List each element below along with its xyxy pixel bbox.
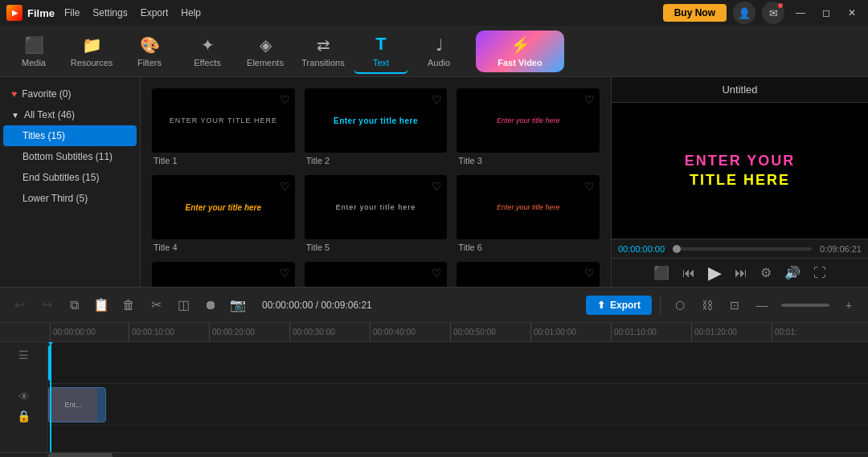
account-icon[interactable]: 👤 xyxy=(733,2,755,24)
fast-video-icon: ⚡ xyxy=(510,35,530,55)
timeline-body: ☰ 👁 🔒 Ent... xyxy=(0,342,868,452)
menu-help[interactable]: Help xyxy=(181,7,201,18)
title-card-6[interactable]: Enter your title here ♡ Title 6 xyxy=(457,175,600,252)
split-button[interactable]: ✂ xyxy=(145,294,167,316)
next-frame-button[interactable]: ⏭ xyxy=(735,266,747,280)
volume-button[interactable]: 🔊 xyxy=(784,265,800,280)
toolbar-effects[interactable]: ✦ Effects xyxy=(180,29,235,74)
play-button[interactable]: ▶ xyxy=(708,263,722,284)
trim-button[interactable]: ◫ xyxy=(172,294,194,316)
title-label-6: Title 6 xyxy=(457,243,600,252)
main-toolbar: ⬛ Media 📁 Resources 🎨 Filters ✦ Effects … xyxy=(0,26,868,77)
preview-title: Untitled xyxy=(612,77,868,103)
sidebar-item-lower-third[interactable]: Lower Third (5) xyxy=(0,188,140,209)
title-label-5: Title 5 xyxy=(305,243,448,252)
content-grid: Enter your title here ♡ Title 1 Enter yo… xyxy=(141,77,611,287)
ruler-mark-6: 00:01:00:00 xyxy=(530,323,576,341)
camera-button[interactable]: 📷 xyxy=(227,294,249,316)
title-card-2[interactable]: Enter your title here ♡ Title 2 xyxy=(305,88,448,165)
notification-icon[interactable]: ✉ xyxy=(762,2,784,24)
ruler-mark-2: 00:00:20:00 xyxy=(209,323,255,341)
thumb-text-2: Enter your title here xyxy=(334,116,418,125)
undo-button[interactable]: ↩ xyxy=(8,294,31,316)
toolbar-elements[interactable]: ◈ Elements xyxy=(238,29,293,74)
toolbar-resources[interactable]: 📁 Resources xyxy=(64,29,119,74)
sidebar-favorite[interactable]: ♥ Favorite (0) xyxy=(0,84,140,104)
timeline-lock-button[interactable]: 🔒 xyxy=(17,410,31,422)
snap-button[interactable]: ⬡ xyxy=(669,294,691,316)
toolbar-transitions[interactable]: ⇄ Transitions xyxy=(296,29,350,74)
thumb-text-1: Enter your title here xyxy=(170,116,277,124)
delete-button[interactable]: 🗑 xyxy=(117,294,140,316)
record-button[interactable]: ⏺ xyxy=(199,294,222,316)
title-card-1[interactable]: Enter your title here ♡ Title 1 xyxy=(152,88,295,165)
title-label-1: Title 1 xyxy=(152,156,295,165)
stop-button[interactable]: ⬛ xyxy=(653,265,669,280)
buy-now-button[interactable]: Buy Now xyxy=(663,4,727,22)
timeline-scroll-thumb[interactable] xyxy=(48,453,113,457)
copy-button[interactable]: ⧉ xyxy=(63,294,85,316)
favorite-icon-8[interactable]: ♡ xyxy=(432,267,442,280)
toolbar-text[interactable]: T Text xyxy=(354,29,408,74)
title-card-9[interactable]: ♡ xyxy=(457,262,600,287)
prev-frame-button[interactable]: ⏮ xyxy=(682,266,695,280)
menu-export[interactable]: Export xyxy=(141,7,169,18)
export-button[interactable]: ⬆ Export xyxy=(586,296,652,315)
toolbar-filters[interactable]: 🎨 Filters xyxy=(122,29,177,74)
menu-file[interactable]: File xyxy=(64,7,80,18)
timeline-menu-button[interactable]: ☰ xyxy=(18,349,29,361)
maximize-button[interactable]: ◻ xyxy=(817,3,836,22)
toolbar-media[interactable]: ⬛ Media xyxy=(6,29,61,74)
timeline-eye-button[interactable]: 👁 xyxy=(18,390,30,403)
redo-button[interactable]: ↪ xyxy=(35,294,58,316)
favorite-icon-6[interactable]: ♡ xyxy=(584,180,595,193)
text-icon: T xyxy=(375,34,386,55)
close-button[interactable]: ✕ xyxy=(842,3,862,22)
scrubber[interactable] xyxy=(673,247,812,251)
fullscreen-button[interactable]: ⛶ xyxy=(813,266,826,280)
sidebar-all-text[interactable]: ▼ All Text (46) xyxy=(0,104,140,125)
timeline-clip[interactable]: Ent... xyxy=(48,387,106,422)
settings-ctrl-button[interactable]: ⚙ xyxy=(760,265,772,280)
ruler-mark-5: 00:00:50:00 xyxy=(450,323,496,341)
toolbar-text-label: Text xyxy=(373,58,389,67)
sidebar-item-bottom-subtitles[interactable]: Bottom Subtitles (11) xyxy=(0,146,140,167)
favorite-icon-5[interactable]: ♡ xyxy=(432,180,442,193)
title-card-7[interactable]: ♡ xyxy=(152,262,295,287)
zoom-in-button[interactable]: + xyxy=(837,294,860,316)
title-thumb-1: Enter your title here ♡ xyxy=(152,88,295,153)
toolbar-elements-label: Elements xyxy=(247,58,284,67)
favorite-icon-4[interactable]: ♡ xyxy=(280,180,290,193)
transitions-icon: ⇄ xyxy=(317,35,330,55)
playhead[interactable] xyxy=(50,342,51,452)
timeline-scrollbar[interactable] xyxy=(0,452,868,457)
title-thumb-8: ♡ xyxy=(305,262,448,287)
menu-settings[interactable]: Settings xyxy=(92,7,127,18)
ruler-mark-4: 00:00:40:00 xyxy=(370,323,416,341)
export-icon: ⬆ xyxy=(597,300,605,311)
zoom-slider[interactable] xyxy=(781,304,829,307)
preview-panel: Untitled ENTER YOUR TITLE HERE 00:00:00:… xyxy=(611,77,868,287)
favorite-icon-3[interactable]: ♡ xyxy=(584,93,595,106)
title-label-3: Title 3 xyxy=(457,156,600,165)
favorite-icon-9[interactable]: ♡ xyxy=(584,267,595,280)
title-thumb-4: Enter your title here ♡ xyxy=(152,175,295,239)
crop-button[interactable]: ⊡ xyxy=(723,294,746,316)
title-card-5[interactable]: Enter your title here ♡ Title 5 xyxy=(305,175,448,252)
favorite-icon-2[interactable]: ♡ xyxy=(432,93,442,106)
title-card-8[interactable]: ♡ xyxy=(305,262,448,287)
toolbar-audio[interactable]: ♩ Audio xyxy=(411,29,466,74)
favorite-icon-1[interactable]: ♡ xyxy=(280,93,290,106)
titlebar-right: Buy Now 👤 ✉ — ◻ ✕ xyxy=(663,2,862,24)
zoom-out-button[interactable]: — xyxy=(751,294,773,316)
fast-video-button[interactable]: ⚡ Fast Video xyxy=(476,31,564,72)
sidebar-item-end-subtitles[interactable]: End Subtitles (15) xyxy=(0,167,140,188)
scrubber-handle[interactable] xyxy=(673,245,681,253)
minimize-button[interactable]: — xyxy=(791,3,810,22)
paste-button[interactable]: 📋 xyxy=(90,294,113,316)
sidebar-item-titles[interactable]: Titles (15) xyxy=(3,125,137,146)
favorite-icon-7[interactable]: ♡ xyxy=(280,267,290,280)
title-card-3[interactable]: Enter your title here ♡ Title 3 xyxy=(457,88,600,165)
title-card-4[interactable]: Enter your title here ♡ Title 4 xyxy=(152,175,295,252)
link-button[interactable]: ⛓ xyxy=(696,294,719,316)
